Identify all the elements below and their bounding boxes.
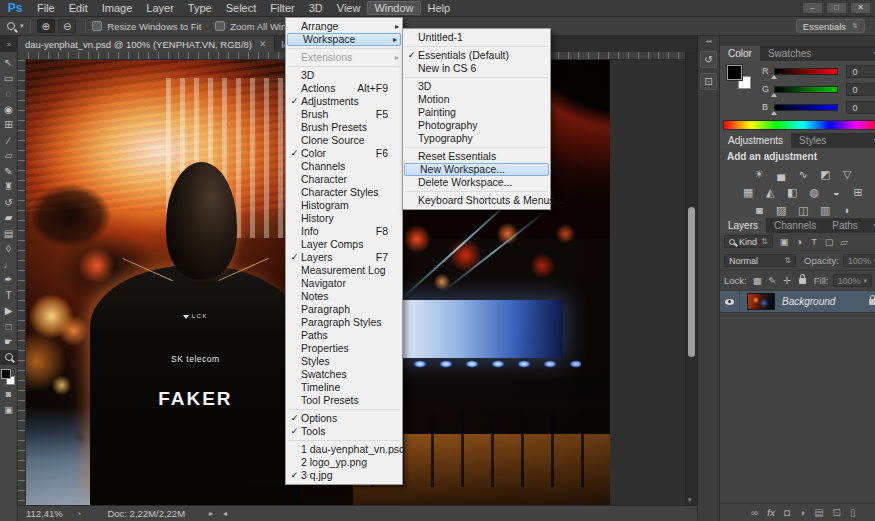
- window-menu-item-history[interactable]: History: [286, 212, 402, 225]
- properties-panel-icon[interactable]: ⊡: [700, 73, 717, 90]
- marquee-tool[interactable]: ▭: [0, 71, 18, 87]
- expand-panels-chevron-icon[interactable]: ◂◂: [698, 36, 719, 46]
- window-menu-item-layers[interactable]: ✓LayersF7: [286, 251, 402, 264]
- slider-value-field[interactable]: 0: [846, 101, 875, 114]
- black-white-icon[interactable]: ◧: [782, 185, 802, 200]
- layer-row-background[interactable]: Background: [720, 291, 875, 313]
- window-menu-item-channels[interactable]: Channels: [286, 160, 402, 173]
- delete-layer-icon[interactable]: ▯: [850, 507, 856, 518]
- history-panel-icon[interactable]: ↺: [700, 51, 717, 68]
- tab-overflow-icon[interactable]: »: [0, 40, 18, 49]
- workspace-menu-item-painting[interactable]: Painting: [403, 106, 550, 119]
- shape-filter-icon[interactable]: ▢: [822, 236, 837, 247]
- layer-name[interactable]: Background: [782, 296, 869, 307]
- collapse-panels-chevron-icon[interactable]: ▸▸: [720, 36, 875, 46]
- zoom-level-field[interactable]: 112,41%: [26, 508, 76, 519]
- window-menu-item-brush-presets[interactable]: Brush Presets: [286, 121, 402, 134]
- smart-object-filter-icon[interactable]: ▱: [837, 236, 852, 247]
- curves-icon[interactable]: ∿: [793, 167, 813, 182]
- window-menu-item-options[interactable]: ✓Options: [286, 412, 402, 425]
- move-tool[interactable]: ↖: [0, 55, 18, 71]
- workspace-menu-item-untitled-1[interactable]: Untitled-1: [403, 31, 550, 44]
- color-tab-color[interactable]: Color: [720, 46, 760, 61]
- blend-mode-dropdown[interactable]: Normal ⇅: [724, 254, 796, 267]
- menubar-item-edit[interactable]: Edit: [62, 1, 95, 15]
- window-menu-item-navigator[interactable]: Navigator: [286, 277, 402, 290]
- rectangle-tool[interactable]: □: [0, 319, 18, 335]
- window-menu-item-paths[interactable]: Paths: [286, 329, 402, 342]
- pixel-filter-icon[interactable]: ▣: [777, 236, 792, 247]
- tool-preset-caret-icon[interactable]: ▾: [20, 22, 24, 30]
- workspace-menu-item-keyboard-shortcuts-menus[interactable]: Keyboard Shortcuts & Menus...: [403, 194, 550, 207]
- slider-thumb-icon[interactable]: [771, 93, 777, 97]
- eyedropper-tool[interactable]: ∕: [0, 133, 18, 149]
- menubar-item-image[interactable]: Image: [95, 1, 140, 15]
- pen-tool[interactable]: ✒: [0, 272, 18, 288]
- vertical-scrollbar-thumb[interactable]: [688, 207, 695, 357]
- fill-field[interactable]: 100% ▾: [833, 274, 873, 287]
- window-menu-item-adjustments[interactable]: ✓Adjustments: [286, 95, 402, 108]
- layer-thumbnail[interactable]: [747, 293, 775, 310]
- lock-transparency-icon[interactable]: ▦: [750, 275, 765, 286]
- dodge-tool[interactable]: ♩: [0, 257, 18, 273]
- workspace-menu-item-essentials-default[interactable]: ✓Essentials (Default): [403, 49, 550, 62]
- hue-saturation-icon[interactable]: ▦: [738, 185, 758, 200]
- menubar-item-view[interactable]: View: [330, 1, 368, 15]
- layers-tab-channels[interactable]: Channels: [766, 218, 824, 233]
- channel-mixer-icon[interactable]: ◒: [826, 185, 846, 200]
- foreground-color-swatch[interactable]: [727, 65, 742, 80]
- menubar-item-select[interactable]: Select: [219, 1, 264, 15]
- layers-tab-layers[interactable]: Layers: [720, 218, 766, 233]
- color-lookup-icon[interactable]: ⊞: [848, 185, 868, 200]
- color-balance-icon[interactable]: ◭: [760, 185, 780, 200]
- slider-track-r[interactable]: [774, 68, 838, 75]
- menubar-item-window[interactable]: Window: [367, 1, 420, 15]
- lock-paint-icon[interactable]: ✎: [765, 275, 780, 286]
- gradient-tool[interactable]: ▤: [0, 226, 18, 242]
- window-menu-item-character-styles[interactable]: Character Styles: [286, 186, 402, 199]
- maximize-button[interactable]: □: [826, 2, 847, 14]
- window-menu-item-paragraph-styles[interactable]: Paragraph Styles: [286, 316, 402, 329]
- window-menu-item-3-q-jpg[interactable]: ✓3 q.jpg: [286, 469, 402, 482]
- window-menu-item-measurement-log[interactable]: Measurement Log: [286, 264, 402, 277]
- workspace-menu-item-typography[interactable]: Typography: [403, 132, 550, 145]
- window-menu-item-tool-presets[interactable]: Tool Presets: [286, 394, 402, 407]
- quick-mask-button[interactable]: ◙: [0, 387, 18, 403]
- type-filter-icon[interactable]: T: [807, 236, 822, 247]
- layer-mask-icon[interactable]: ◘: [784, 507, 790, 518]
- workspace-menu-item-delete-workspace[interactable]: Delete Workspace...: [403, 176, 550, 189]
- window-menu-item-3d[interactable]: 3D: [286, 69, 402, 82]
- brightness-contrast-icon[interactable]: ☀: [749, 167, 769, 182]
- workspace-menu-item-3d[interactable]: 3D: [403, 80, 550, 93]
- lock-all-icon[interactable]: [799, 278, 806, 284]
- checkbox-zoom-all-windows[interactable]: [215, 21, 225, 31]
- foreground-color-swatch[interactable]: [1, 369, 11, 379]
- window-menu-item-swatches[interactable]: Swatches: [286, 368, 402, 381]
- window-menu-item-notes[interactable]: Notes: [286, 290, 402, 303]
- slider-track-g[interactable]: [774, 86, 838, 93]
- window-menu-item-styles[interactable]: Styles: [286, 355, 402, 368]
- checkbox-resize-windows-to-fit[interactable]: [92, 21, 102, 31]
- menubar-item-layer[interactable]: Layer: [139, 1, 181, 15]
- slider-thumb-icon[interactable]: [771, 111, 777, 115]
- threshold-icon[interactable]: ◫: [793, 203, 813, 218]
- scroll-left-arrow[interactable]: ◂: [223, 509, 227, 518]
- type-tool[interactable]: T: [0, 288, 18, 304]
- window-menu-item-arrange[interactable]: Arrange▸: [286, 20, 402, 33]
- window-menu-item-paragraph[interactable]: Paragraph: [286, 303, 402, 316]
- slider-value-field[interactable]: 0: [846, 65, 875, 78]
- zoom-in-button[interactable]: ⊕: [37, 19, 55, 33]
- window-menu-item-properties[interactable]: Properties: [286, 342, 402, 355]
- window-menu-item-2-logo-yp-png[interactable]: 2 logo_yp.png: [286, 456, 402, 469]
- slider-thumb-icon[interactable]: [771, 75, 777, 79]
- invert-icon[interactable]: ◙: [749, 203, 769, 218]
- gradient-map-icon[interactable]: ▥: [815, 203, 835, 218]
- color-spectrum-ramp[interactable]: [723, 120, 875, 130]
- quick-selection-tool[interactable]: ◉: [0, 102, 18, 118]
- panel-color-swatches[interactable]: [727, 65, 753, 91]
- color-tab-swatches[interactable]: Swatches: [760, 46, 819, 61]
- menubar-item-help[interactable]: Help: [421, 1, 458, 15]
- adjustments-tab-adjustments[interactable]: Adjustments: [720, 133, 791, 148]
- exposure-icon[interactable]: ◩: [815, 167, 835, 182]
- window-menu-item-timeline[interactable]: Timeline: [286, 381, 402, 394]
